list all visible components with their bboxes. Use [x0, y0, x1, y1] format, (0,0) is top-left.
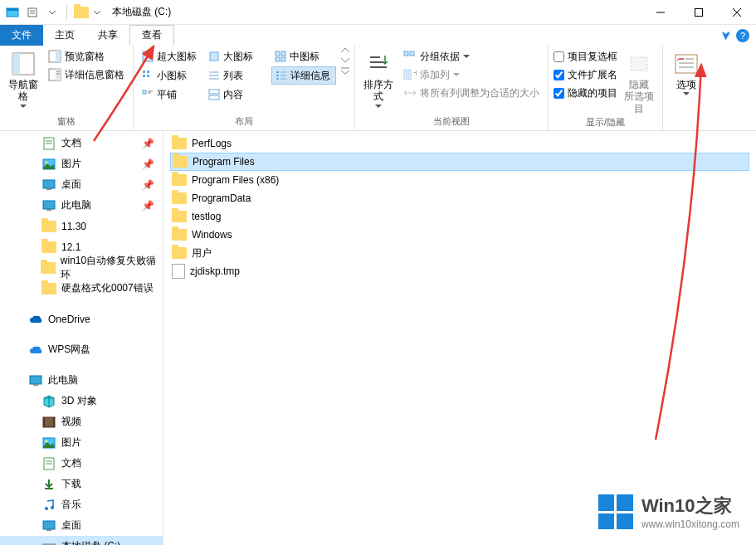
nav-item[interactable]: 桌面📌 [0, 174, 163, 195]
nav-item-label: 音乐 [61, 498, 81, 512]
tab-share[interactable]: 共享 [86, 25, 129, 46]
tab-file[interactable]: 文件 [0, 25, 43, 46]
preview-pane-button[interactable]: 预览窗格 [45, 47, 128, 66]
svg-rect-48 [408, 70, 411, 80]
nav-item[interactable]: 此电脑 [0, 370, 163, 391]
watermark: Win10之家 www.win10xitong.com [598, 494, 739, 530]
group-showhide: 项目复选框 文件扩展名 隐藏的项目 隐藏 所选项目 显示/隐藏 [549, 46, 663, 130]
scroll-down-icon[interactable] [341, 57, 349, 64]
window-title: 本地磁盘 (C:) [112, 5, 171, 19]
nav-item[interactable]: 硬盘格式化0007错误 [0, 278, 163, 299]
layout-xl-button[interactable]: 超大图标 [139, 47, 203, 66]
svg-rect-66 [30, 376, 41, 384]
nav-item-label: 硬盘格式化0007错误 [61, 281, 154, 295]
separator [66, 5, 67, 20]
nav-item[interactable]: 文档 [0, 453, 163, 474]
file-item[interactable]: zjdiskp.tmp [170, 262, 749, 280]
svg-rect-17 [143, 51, 153, 61]
help-icon[interactable]: ? [736, 29, 749, 42]
nav-item[interactable]: 本地磁盘 (C:) [0, 536, 163, 545]
svg-rect-65 [46, 209, 51, 211]
qat-properties-icon[interactable] [23, 3, 41, 22]
scroll-up-icon[interactable] [341, 47, 349, 54]
minimize-ribbon-icon[interactable]: ⮟ [721, 30, 731, 41]
close-button[interactable] [718, 0, 756, 25]
nav-item[interactable]: 3D 对象 [0, 391, 163, 411]
nav-item[interactable]: 视频 [0, 411, 163, 432]
nav-item[interactable]: 图片📌 [0, 153, 163, 174]
nav-item-label: 文档 [61, 136, 81, 150]
svg-rect-36 [143, 90, 146, 94]
svg-rect-34 [276, 78, 279, 80]
explorer-icon [3, 3, 22, 22]
svg-rect-62 [43, 180, 55, 188]
nav-item[interactable]: 图片 [0, 432, 163, 453]
file-name: testlog [192, 211, 221, 222]
nav-item-label: 桌面 [61, 518, 81, 533]
layout-list-button[interactable]: 列表 [205, 66, 270, 85]
addcol-button[interactable]: + 添加列 [400, 66, 543, 84]
expand-icon[interactable] [341, 67, 349, 74]
groupby-button[interactable]: 分组依据 [400, 47, 543, 66]
navigation-pane[interactable]: 文档📌图片📌桌面📌此电脑📌11.3012.1win10自动修复失败循环硬盘格式化… [0, 131, 163, 545]
tab-view[interactable]: 查看 [129, 25, 174, 46]
fitcols-button[interactable]: 将所有列调整为合适的大小 [400, 84, 543, 102]
layout-details-button[interactable]: 详细信息 [271, 66, 336, 85]
svg-rect-6 [695, 8, 703, 16]
layout-content-button[interactable]: 内容 [205, 85, 270, 104]
hidden-items-toggle[interactable]: 隐藏的项目 [554, 84, 617, 102]
nav-item[interactable]: win10自动修复失败循环 [0, 257, 163, 278]
hide-selected-button[interactable]: 隐藏 所选项目 [621, 47, 657, 114]
folder-icon [41, 281, 56, 296]
maximize-button[interactable] [680, 0, 718, 25]
nav-item[interactable]: 此电脑📌 [0, 195, 163, 216]
sort-button[interactable]: 排序方式 [360, 47, 397, 109]
nav-item[interactable]: OneDrive [0, 309, 163, 329]
download-icon [41, 477, 56, 492]
nav-item-label: 文档 [61, 456, 81, 470]
group-current-view: 排序方式 分组依据 + 添加列 将所有列调整为合适的大小 [355, 46, 549, 130]
nav-pane-button[interactable]: 导航窗格 [5, 47, 41, 109]
drive-icon [41, 539, 56, 546]
nav-item[interactable]: 桌面 [0, 515, 163, 536]
tab-home[interactable]: 主页 [43, 25, 86, 46]
nav-item[interactable]: 下载 [0, 474, 163, 494]
item-checkboxes-toggle[interactable]: 项目复选框 [554, 47, 617, 66]
svg-point-72 [46, 440, 48, 442]
file-item[interactable]: ProgramData [170, 189, 749, 207]
nav-item-label: 图片 [61, 157, 81, 171]
layout-lg-button[interactable]: 大图标 [205, 47, 270, 66]
nav-item[interactable]: 11.30 [0, 216, 163, 236]
minimize-button[interactable] [641, 0, 680, 25]
qat-chevron-icon[interactable] [92, 3, 102, 22]
folder-icon [172, 138, 187, 149]
file-item[interactable]: Program Files (x86) [170, 171, 749, 189]
file-name: zjdiskp.tmp [190, 265, 240, 277]
svg-rect-46 [410, 51, 414, 56]
nav-item[interactable]: 文档📌 [0, 133, 163, 153]
file-item[interactable]: Windows [170, 226, 749, 244]
file-item[interactable]: testlog [170, 207, 749, 226]
nav-item[interactable]: 音乐 [0, 494, 163, 515]
file-ext-toggle[interactable]: 文件扩展名 [554, 66, 617, 84]
layout-md-button[interactable]: 中图标 [271, 47, 336, 66]
file-list[interactable]: PerfLogsProgram FilesProgram Files (x86)… [163, 131, 756, 545]
svg-rect-1 [7, 8, 18, 11]
folder-icon [172, 192, 187, 204]
svg-rect-63 [46, 188, 51, 190]
file-item[interactable]: PerfLogs [170, 134, 749, 153]
desktop-icon [41, 518, 56, 533]
file-item[interactable]: Program Files [170, 153, 749, 171]
options-button[interactable]: 选项 [668, 47, 705, 96]
svg-rect-52 [676, 55, 697, 73]
group-label-showhide: 显示/隐藏 [554, 114, 657, 131]
layout-tiles-button[interactable]: 平铺 [139, 85, 203, 104]
svg-rect-2 [28, 8, 37, 17]
details-pane-button[interactable]: 详细信息窗格 [45, 66, 128, 84]
file-name: Windows [192, 229, 232, 241]
layout-sm-button[interactable]: 小图标 [139, 66, 203, 85]
file-item[interactable]: 用户 [170, 244, 749, 262]
nav-item[interactable]: WPS网盘 [0, 339, 163, 360]
qat-dropdown-icon[interactable] [43, 3, 61, 22]
nav-item-label: 11.30 [61, 221, 86, 232]
